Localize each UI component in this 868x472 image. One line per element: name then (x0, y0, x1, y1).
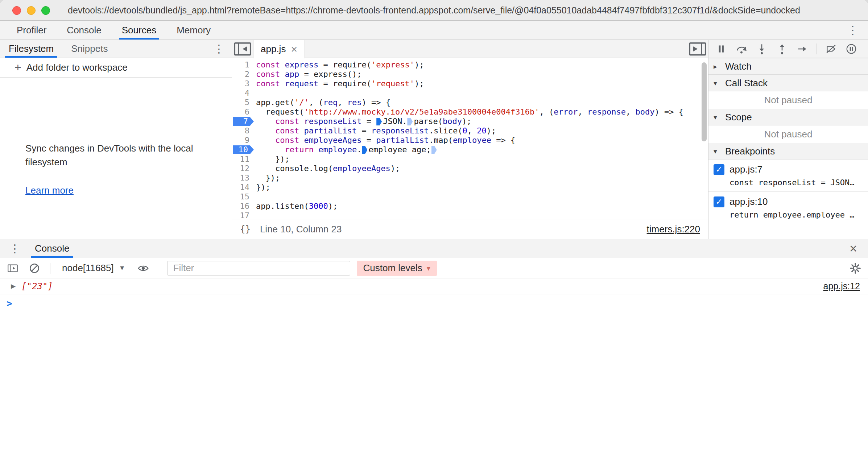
code-line-17[interactable] (256, 211, 708, 219)
window-titlebar: devtools://devtools/bundled/js_app.html?… (0, 0, 868, 21)
code-line-5[interactable]: app.get('/', (req, res) => { (256, 98, 708, 107)
breakpoint-checkbox[interactable]: ✓ (714, 164, 724, 175)
line-number-2[interactable]: 2 (232, 70, 255, 79)
breakpoint-marker[interactable]: 10 (233, 145, 254, 154)
hide-debugger-button[interactable] (687, 40, 708, 58)
drawer-tab-console[interactable]: Console (26, 239, 78, 258)
line-number-9[interactable]: 9 (232, 136, 255, 145)
create-live-expression-button[interactable] (136, 261, 151, 276)
watch-label: Watch (725, 61, 752, 72)
code-line-6[interactable]: request('http://www.mocky.io/v2/5e1a9abe… (256, 107, 708, 117)
execution-context-selector[interactable]: node[11685] ▼ (58, 262, 129, 274)
call-stack-section-header[interactable]: ▾ Call Stack (708, 75, 868, 91)
breakpoint-checkbox[interactable]: ✓ (714, 196, 724, 207)
pause-button[interactable] (714, 41, 729, 57)
close-drawer-icon[interactable]: × (842, 239, 864, 258)
code-line-4[interactable] (256, 88, 708, 98)
line-number-8[interactable]: 8 (232, 126, 255, 136)
code-line-2[interactable]: const app = express(); (256, 70, 708, 79)
close-tab-icon[interactable]: × (291, 44, 297, 55)
code-line-13[interactable]: }); (256, 173, 708, 183)
navigator-menu-kebab-icon[interactable]: ⋮ (206, 40, 232, 58)
line-number-7[interactable]: 7 (232, 117, 255, 126)
drawer-menu-kebab-icon[interactable]: ⋮ (4, 239, 26, 258)
console-source-link[interactable]: app.js:12 (823, 281, 860, 291)
console-log-value[interactable]: ["23"] (21, 281, 53, 291)
line-number-10[interactable]: 10 (232, 145, 255, 154)
add-folder-label: Add folder to workspace (26, 62, 128, 73)
breakpoint-entry[interactable]: ✓ app.js:7 const responseList = JSON… (708, 160, 868, 192)
tab-console[interactable]: Console (57, 21, 111, 40)
learn-more-link[interactable]: Learn more (25, 185, 232, 196)
line-number-16[interactable]: 16 (232, 202, 255, 211)
code-line-8[interactable]: const partialList = responseList.slice(0… (256, 126, 708, 136)
inline-breakpoint-candidate-icon[interactable] (431, 146, 437, 154)
breakpoints-section-header[interactable]: ▾ Breakpoints (708, 143, 868, 160)
code-line-15[interactable] (256, 192, 708, 202)
step-button[interactable] (795, 41, 810, 57)
inline-breakpoint-icon[interactable] (362, 146, 367, 154)
code-editor[interactable]: 1234567891011121314151617 const express … (232, 58, 708, 219)
window-title: devtools://devtools/bundled/js_app.html?… (58, 5, 810, 16)
watch-section-header[interactable]: ▸ Watch (708, 58, 868, 75)
code-line-11[interactable]: }); (256, 154, 708, 164)
scope-section-header[interactable]: ▾ Scope (708, 109, 868, 125)
step-over-button[interactable] (734, 41, 749, 57)
tab-snippets[interactable]: Snippets (62, 40, 116, 58)
main-tab-bar: Profiler Console Sources Memory ⋮ (0, 21, 868, 40)
console-settings-button[interactable] (848, 261, 863, 276)
line-number-3[interactable]: 3 (232, 79, 255, 88)
line-number-5[interactable]: 5 (232, 98, 255, 107)
pause-on-exceptions-button[interactable] (844, 41, 859, 57)
pause-icon (715, 43, 727, 55)
devtools-menu-kebab-icon[interactable]: ⋮ (838, 21, 868, 40)
tab-sources[interactable]: Sources (112, 21, 166, 40)
code-line-12[interactable]: console.log(employeeAges); (256, 164, 708, 173)
step-into-button[interactable] (754, 41, 769, 57)
chevron-right-icon: ▸ (714, 62, 721, 71)
file-tab-appjs[interactable]: app.js × (253, 40, 305, 58)
inline-breakpoint-icon[interactable] (376, 118, 382, 125)
breakpoint-marker[interactable]: 7 (233, 117, 254, 126)
close-window-button[interactable] (12, 6, 21, 15)
code-line-7[interactable]: const responseList = JSON.parse(body); (256, 117, 708, 126)
code-line-10[interactable]: return employee.employee_age; (256, 145, 708, 154)
inline-breakpoint-candidate-icon[interactable] (407, 118, 413, 125)
console-filter-input[interactable] (167, 261, 350, 276)
editor-scrollbar[interactable] (702, 62, 707, 141)
breakpoint-entry[interactable]: ✓ app.js:10 return employee.employee_… (708, 192, 868, 224)
tab-memory[interactable]: Memory (166, 21, 221, 40)
line-number-4[interactable]: 4 (232, 88, 255, 98)
code-line-14[interactable]: }); (256, 183, 708, 192)
pretty-print-icon[interactable]: {} (240, 224, 251, 234)
zoom-window-button[interactable] (41, 6, 50, 15)
hide-navigator-button[interactable] (232, 40, 253, 58)
expand-disclosure-icon[interactable]: ▶ (11, 282, 16, 290)
line-number-14[interactable]: 14 (232, 183, 255, 192)
code-line-3[interactable]: const request = require('request'); (256, 79, 708, 88)
code-line-16[interactable]: app.listen(3000); (256, 202, 708, 211)
console-prompt[interactable]: > (0, 294, 868, 309)
status-source-link[interactable]: timers.js:220 (647, 224, 700, 235)
log-levels-dropdown[interactable]: Custom levels ▾ (357, 261, 437, 276)
prompt-chevron-icon: > (7, 298, 12, 309)
deactivate-breakpoints-button[interactable] (823, 41, 839, 57)
tab-profiler[interactable]: Profiler (7, 21, 57, 40)
add-folder-button[interactable]: + Add folder to workspace (0, 58, 232, 78)
gear-icon (849, 262, 861, 274)
console-sidebar-toggle-button[interactable] (5, 261, 20, 276)
line-number-12[interactable]: 12 (232, 164, 255, 173)
clear-console-button[interactable] (27, 261, 42, 276)
minimize-window-button[interactable] (27, 6, 36, 15)
line-number-15[interactable]: 15 (232, 192, 255, 202)
line-number-17[interactable]: 17 (232, 211, 255, 219)
line-number-11[interactable]: 11 (232, 154, 255, 164)
code-line-9[interactable]: const employeeAges = partialList.map(emp… (256, 136, 708, 145)
code-line-1[interactable]: const express = require('express'); (256, 60, 708, 70)
line-number-13[interactable]: 13 (232, 173, 255, 183)
tab-filesystem[interactable]: Filesystem (0, 40, 62, 58)
step-out-button[interactable] (774, 41, 790, 57)
line-number-6[interactable]: 6 (232, 107, 255, 117)
breakpoint-code-preview: return employee.employee_… (729, 210, 863, 219)
line-number-1[interactable]: 1 (232, 60, 255, 70)
